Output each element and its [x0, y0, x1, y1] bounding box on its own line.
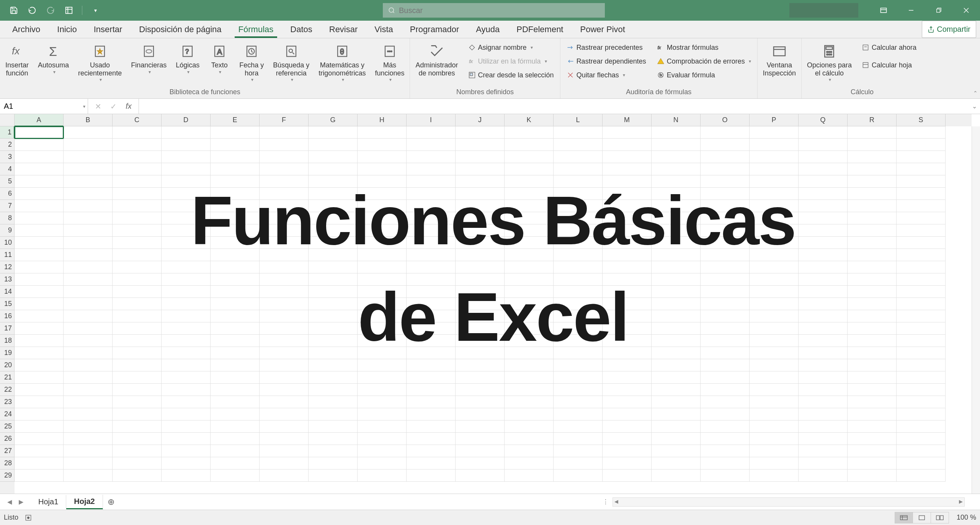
- cell-A25[interactable]: [15, 420, 64, 433]
- cell-C6[interactable]: [113, 188, 162, 200]
- cell-F16[interactable]: [260, 310, 309, 322]
- cell-G3[interactable]: [309, 151, 358, 163]
- cell-I12[interactable]: [407, 261, 456, 273]
- sheet-tab-hoja2[interactable]: Hoja2: [66, 495, 103, 509]
- cell-H17[interactable]: [358, 322, 407, 335]
- cell-F17[interactable]: [260, 322, 309, 335]
- cell-Q29[interactable]: [799, 469, 848, 482]
- row-header-14[interactable]: 14: [0, 286, 15, 298]
- cell-F15[interactable]: [260, 298, 309, 310]
- cell-N8[interactable]: [652, 212, 701, 224]
- cell-A11[interactable]: [15, 249, 64, 261]
- cell-S29[interactable]: [897, 469, 946, 482]
- cell-I21[interactable]: [407, 371, 456, 384]
- cell-M8[interactable]: [603, 212, 652, 224]
- cell-C26[interactable]: [113, 433, 162, 445]
- cell-O27[interactable]: [701, 445, 750, 457]
- cell-S26[interactable]: [897, 433, 946, 445]
- cell-H27[interactable]: [358, 445, 407, 457]
- cell-L1[interactable]: [554, 126, 603, 139]
- cell-F3[interactable]: [260, 151, 309, 163]
- cell-J21[interactable]: [456, 371, 505, 384]
- row-header-7[interactable]: 7: [0, 200, 15, 212]
- cell-J20[interactable]: [456, 359, 505, 371]
- cell-E9[interactable]: [211, 224, 260, 237]
- cell-K10[interactable]: [505, 237, 554, 249]
- minimize-button[interactable]: [897, 0, 925, 21]
- cell-Q27[interactable]: [799, 445, 848, 457]
- evaluate-formula-button[interactable]: fxEvaluar fórmula: [654, 68, 754, 82]
- cell-J14[interactable]: [456, 286, 505, 298]
- cell-P6[interactable]: [750, 188, 799, 200]
- tab-vista[interactable]: Vista: [366, 21, 402, 38]
- cell-E2[interactable]: [211, 139, 260, 151]
- cell-I20[interactable]: [407, 359, 456, 371]
- cell-P14[interactable]: [750, 286, 799, 298]
- cell-E12[interactable]: [211, 261, 260, 273]
- cell-M6[interactable]: [603, 188, 652, 200]
- cell-K6[interactable]: [505, 188, 554, 200]
- row-header-10[interactable]: 10: [0, 237, 15, 249]
- cell-S4[interactable]: [897, 163, 946, 175]
- cell-Q4[interactable]: [799, 163, 848, 175]
- cell-K26[interactable]: [505, 433, 554, 445]
- cell-J2[interactable]: [456, 139, 505, 151]
- column-header-P[interactable]: P: [750, 114, 799, 126]
- cell-F27[interactable]: [260, 445, 309, 457]
- cell-H24[interactable]: [358, 408, 407, 420]
- cell-E8[interactable]: [211, 212, 260, 224]
- cell-J28[interactable]: [456, 457, 505, 469]
- cell-F22[interactable]: [260, 384, 309, 396]
- column-header-B[interactable]: B: [64, 114, 113, 126]
- cell-C2[interactable]: [113, 139, 162, 151]
- cell-J1[interactable]: [456, 126, 505, 139]
- cell-R9[interactable]: [848, 224, 897, 237]
- cell-O24[interactable]: [701, 408, 750, 420]
- cell-L24[interactable]: [554, 408, 603, 420]
- tab-datos[interactable]: Datos: [282, 21, 320, 38]
- name-manager-button[interactable]: Administrador de nombres: [413, 41, 460, 79]
- cell-N13[interactable]: [652, 273, 701, 286]
- row-header-12[interactable]: 12: [0, 261, 15, 273]
- cell-K29[interactable]: [505, 469, 554, 482]
- cell-J29[interactable]: [456, 469, 505, 482]
- tab-insertar[interactable]: Insertar: [85, 21, 131, 38]
- cell-H1[interactable]: [358, 126, 407, 139]
- cell-L19[interactable]: [554, 347, 603, 359]
- row-header-17[interactable]: 17: [0, 322, 15, 335]
- cell-A7[interactable]: [15, 200, 64, 212]
- cell-G12[interactable]: [309, 261, 358, 273]
- cell-M15[interactable]: [603, 298, 652, 310]
- cell-G6[interactable]: [309, 188, 358, 200]
- row-header-22[interactable]: 22: [0, 384, 15, 396]
- cell-E15[interactable]: [211, 298, 260, 310]
- cell-H11[interactable]: [358, 249, 407, 261]
- cell-O21[interactable]: [701, 371, 750, 384]
- cell-N7[interactable]: [652, 200, 701, 212]
- cell-A19[interactable]: [15, 347, 64, 359]
- cell-F19[interactable]: [260, 347, 309, 359]
- row-header-25[interactable]: 25: [0, 420, 15, 433]
- cell-A23[interactable]: [15, 396, 64, 408]
- cell-D19[interactable]: [162, 347, 211, 359]
- row-header-24[interactable]: 24: [0, 408, 15, 420]
- row-header-5[interactable]: 5: [0, 175, 15, 188]
- cell-R11[interactable]: [848, 249, 897, 261]
- cell-A6[interactable]: [15, 188, 64, 200]
- cell-B20[interactable]: [64, 359, 113, 371]
- add-sheet-button[interactable]: ⊕: [103, 497, 119, 507]
- cell-P7[interactable]: [750, 200, 799, 212]
- cell-D12[interactable]: [162, 261, 211, 273]
- cell-K21[interactable]: [505, 371, 554, 384]
- row-header-28[interactable]: 28: [0, 457, 15, 469]
- cell-S19[interactable]: [897, 347, 946, 359]
- cell-N4[interactable]: [652, 163, 701, 175]
- cell-E5[interactable]: [211, 175, 260, 188]
- cell-B29[interactable]: [64, 469, 113, 482]
- cell-J15[interactable]: [456, 298, 505, 310]
- cell-M2[interactable]: [603, 139, 652, 151]
- cell-N6[interactable]: [652, 188, 701, 200]
- cell-I24[interactable]: [407, 408, 456, 420]
- cell-I6[interactable]: [407, 188, 456, 200]
- cell-S27[interactable]: [897, 445, 946, 457]
